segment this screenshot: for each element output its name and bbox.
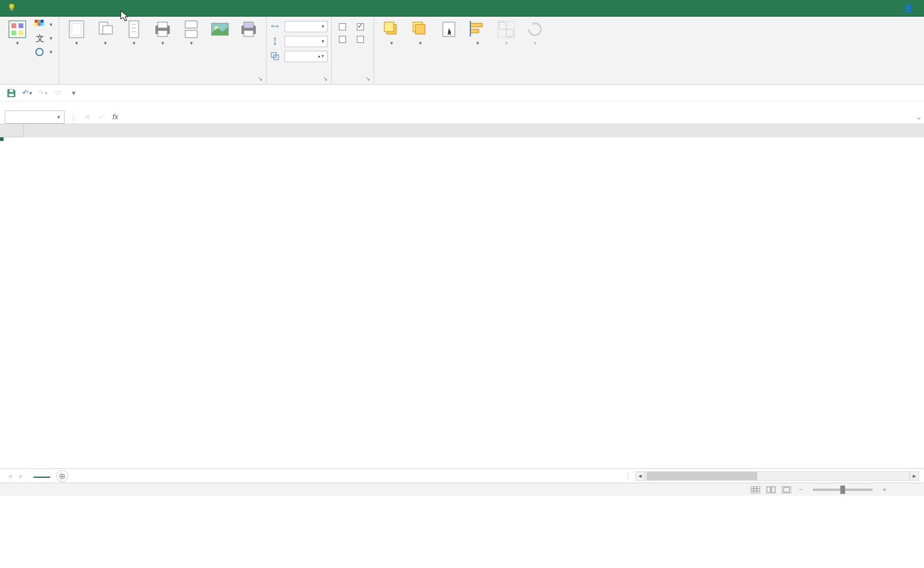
bring-forward-icon (382, 20, 401, 39)
headings-print-check[interactable] (357, 33, 366, 45)
align-button[interactable]: ▾ (464, 18, 491, 48)
print-area-icon (153, 20, 172, 39)
ribbon-group-label: ↘ (335, 74, 370, 84)
height-select[interactable]: ▾ (284, 36, 328, 47)
cancel-formula-button: ✕ (81, 112, 93, 121)
orientation-button[interactable]: ▾ (91, 18, 119, 48)
svg-rect-16 (103, 26, 112, 34)
add-sheet-button[interactable]: ⊕ (56, 470, 68, 482)
themes-icon (8, 20, 27, 39)
zoom-slider[interactable] (813, 489, 873, 491)
svg-rect-41 (9, 94, 14, 96)
ribbon-group-label (378, 81, 549, 84)
gridlines-view-check[interactable] (339, 21, 348, 33)
svg-rect-35 (470, 23, 482, 27)
effects-button[interactable]: ▾ (32, 45, 55, 59)
spreadsheet-grid[interactable] (0, 124, 924, 468)
colors-icon (35, 20, 44, 29)
menubar: 💡 👤 (0, 0, 924, 17)
svg-rect-21 (185, 21, 197, 28)
ribbon-group-sheet-options: ↘ (332, 17, 374, 84)
svg-rect-51 (772, 487, 775, 493)
size-button[interactable]: ▾ (120, 18, 148, 48)
svg-rect-2 (19, 23, 23, 28)
fonts-button[interactable]: 文▾ (32, 32, 55, 45)
quick-access-toolbar: ↶▾ ↷▾ ▾ (0, 85, 924, 102)
qat-customize[interactable]: ▾ (68, 88, 79, 99)
ratio-select[interactable]: ▲▼ (284, 51, 328, 62)
ribbon-group-label (4, 81, 55, 84)
svg-rect-53 (784, 487, 790, 492)
scale-icon (270, 51, 280, 61)
svg-rect-4 (19, 30, 23, 35)
fx-button[interactable]: fx (109, 112, 121, 121)
send-backward-button[interactable]: ▾ (406, 18, 434, 48)
horizontal-scrollbar[interactable] (645, 471, 910, 481)
svg-rect-20 (158, 30, 167, 36)
selection-icon (439, 20, 458, 39)
ribbon: ▾ ▾ 文▾ ▾ ▾ ▾ ▾ ▾ ▾ ↘ ▾ (0, 17, 924, 85)
name-box[interactable]: ▾ (5, 110, 65, 124)
svg-rect-3 (11, 30, 16, 35)
qat-button (53, 88, 63, 99)
print-area-button[interactable]: ▾ (149, 18, 176, 48)
gridlines-print-check[interactable] (339, 33, 348, 45)
breaks-icon (182, 20, 201, 39)
svg-rect-1 (11, 23, 16, 28)
page-break-view-button[interactable] (779, 484, 794, 495)
expand-formula-button[interactable]: ⌄ (913, 112, 924, 121)
ratio-row: ▲▼ (270, 49, 328, 63)
undo-button[interactable]: ↶▾ (22, 88, 32, 99)
colors-button[interactable]: ▾ (32, 18, 55, 31)
ribbon-group-scale: ▾ ▾ ▲▼ ↘ (267, 17, 332, 84)
page-layout-view-button[interactable] (764, 484, 778, 495)
rotate-icon (525, 20, 544, 39)
print-titles-icon (239, 20, 258, 39)
ribbon-group-theme: ▾ ▾ 文▾ ▾ (0, 17, 59, 84)
svg-rect-42 (10, 90, 13, 92)
save-icon (7, 88, 16, 98)
selection-pane-button[interactable] (435, 18, 463, 48)
share-button[interactable]: 👤 (904, 4, 922, 13)
redo-button: ↷▾ (37, 88, 48, 99)
tell-me[interactable]: 💡 (7, 4, 19, 12)
column-headers (0, 124, 924, 137)
svg-rect-6 (38, 20, 41, 23)
svg-rect-27 (244, 30, 253, 36)
margins-button[interactable]: ▾ (63, 18, 90, 48)
svg-rect-36 (470, 29, 479, 33)
fill-handle[interactable] (0, 137, 4, 141)
save-button[interactable] (6, 88, 17, 99)
person-icon: 👤 (904, 4, 913, 13)
width-select[interactable]: ▾ (284, 21, 328, 32)
headings-view-check[interactable] (357, 21, 366, 33)
svg-rect-22 (185, 30, 197, 38)
status-bar: － ＋ (0, 483, 924, 496)
background-button[interactable] (206, 18, 234, 48)
svg-text:文: 文 (36, 33, 44, 43)
select-all-corner[interactable] (0, 124, 24, 137)
bring-forward-button[interactable]: ▾ (378, 18, 405, 48)
effects-icon (35, 47, 44, 57)
breaks-button[interactable]: ▾ (178, 18, 205, 48)
svg-rect-38 (499, 22, 506, 29)
sheet-tab[interactable] (33, 474, 50, 478)
width-row: ▾ (270, 19, 328, 33)
fonts-icon: 文 (35, 33, 44, 43)
scroll-right-button[interactable]: ► (910, 471, 919, 481)
themes-button[interactable]: ▾ (4, 18, 31, 59)
svg-rect-50 (767, 487, 770, 493)
normal-view-button[interactable] (748, 484, 763, 495)
scroll-left-button[interactable]: ◄ (635, 471, 645, 481)
background-icon (210, 20, 230, 39)
svg-rect-5 (35, 20, 38, 23)
rotate-button: ▾ (521, 18, 549, 48)
print-titles-button[interactable] (235, 18, 262, 48)
formula-input[interactable] (125, 110, 913, 124)
formula-bar-row: ▾ ⋮ ✕ ✓ fx ⌄ (0, 110, 924, 124)
align-icon (468, 20, 487, 39)
svg-rect-9 (38, 23, 41, 26)
group-button: ▾ (492, 18, 520, 48)
tab-nav-prev: ◄ (5, 472, 15, 480)
ribbon-group-arrange: ▾ ▾ ▾ ▾ ▾ (374, 17, 552, 84)
